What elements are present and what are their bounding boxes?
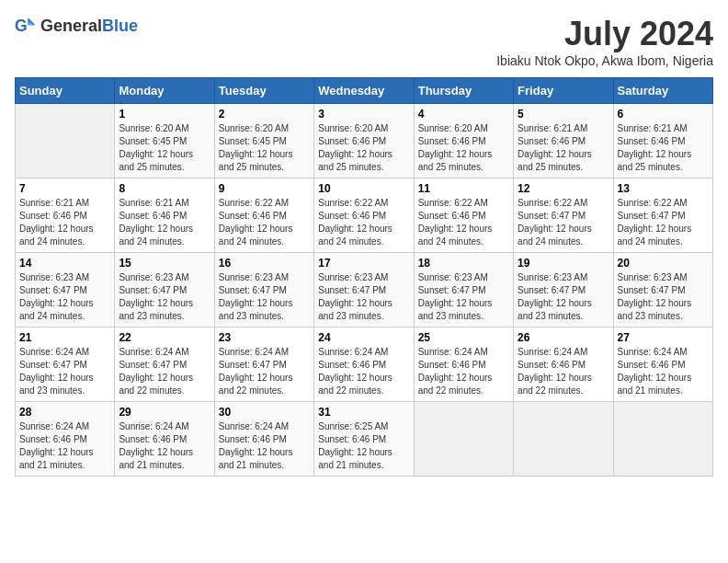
calendar-cell: 11Sunrise: 6:22 AM Sunset: 6:46 PM Dayli… — [414, 178, 513, 253]
day-info: Sunrise: 6:21 AM Sunset: 6:46 PM Dayligh… — [119, 197, 210, 248]
day-number: 22 — [119, 331, 210, 344]
calendar-week-row: 28Sunrise: 6:24 AM Sunset: 6:46 PM Dayli… — [16, 402, 713, 477]
day-number: 26 — [518, 331, 609, 344]
day-info: Sunrise: 6:20 AM Sunset: 6:46 PM Dayligh… — [318, 122, 409, 174]
calendar-cell: 9Sunrise: 6:22 AM Sunset: 6:46 PM Daylig… — [214, 178, 313, 253]
day-number: 23 — [219, 331, 310, 344]
weekday-header-sunday: Sunday — [16, 78, 115, 104]
day-info: Sunrise: 6:20 AM Sunset: 6:45 PM Dayligh… — [219, 122, 310, 174]
day-info: Sunrise: 6:22 AM Sunset: 6:47 PM Dayligh… — [518, 197, 609, 248]
day-info: Sunrise: 6:23 AM Sunset: 6:47 PM Dayligh… — [19, 271, 110, 323]
calendar-cell: 25Sunrise: 6:24 AM Sunset: 6:46 PM Dayli… — [414, 327, 513, 402]
calendar-cell: 10Sunrise: 6:22 AM Sunset: 6:46 PM Dayli… — [314, 178, 414, 253]
calendar-cell: 26Sunrise: 6:24 AM Sunset: 6:46 PM Dayli… — [514, 327, 613, 402]
weekday-header-tuesday: Tuesday — [214, 78, 313, 104]
calendar-cell: 14Sunrise: 6:23 AM Sunset: 6:47 PM Dayli… — [16, 253, 115, 327]
day-info: Sunrise: 6:24 AM Sunset: 6:46 PM Dayligh… — [19, 420, 110, 472]
day-info: Sunrise: 6:24 AM Sunset: 6:47 PM Dayligh… — [119, 346, 210, 397]
day-number: 11 — [418, 182, 509, 195]
calendar-cell: 7Sunrise: 6:21 AM Sunset: 6:46 PM Daylig… — [16, 178, 115, 253]
logo-text: GeneralBlue — [40, 17, 138, 36]
calendar-cell: 13Sunrise: 6:22 AM Sunset: 6:47 PM Dayli… — [613, 178, 712, 253]
day-number: 16 — [219, 257, 310, 270]
day-number: 14 — [19, 257, 110, 270]
day-number: 15 — [119, 257, 210, 270]
day-info: Sunrise: 6:23 AM Sunset: 6:47 PM Dayligh… — [318, 271, 409, 323]
day-info: Sunrise: 6:23 AM Sunset: 6:47 PM Dayligh… — [219, 271, 310, 323]
day-info: Sunrise: 6:24 AM Sunset: 6:46 PM Dayligh… — [318, 346, 409, 397]
day-number: 28 — [19, 406, 110, 419]
logo: G GeneralBlue — [15, 15, 138, 37]
day-number: 1 — [119, 108, 210, 121]
calendar-cell: 21Sunrise: 6:24 AM Sunset: 6:47 PM Dayli… — [16, 327, 115, 402]
calendar-cell — [414, 402, 513, 477]
calendar-cell: 1Sunrise: 6:20 AM Sunset: 6:45 PM Daylig… — [115, 104, 214, 178]
day-info: Sunrise: 6:24 AM Sunset: 6:46 PM Dayligh… — [418, 346, 509, 397]
day-number: 31 — [318, 406, 409, 419]
day-number: 20 — [618, 257, 709, 270]
calendar-cell: 22Sunrise: 6:24 AM Sunset: 6:47 PM Dayli… — [115, 327, 214, 402]
subtitle: Ibiaku Ntok Okpo, Akwa Ibom, Nigeria — [496, 53, 713, 68]
day-info: Sunrise: 6:24 AM Sunset: 6:46 PM Dayligh… — [219, 420, 310, 472]
day-number: 24 — [318, 331, 409, 344]
day-number: 10 — [318, 182, 409, 195]
main-title: July 2024 — [496, 15, 713, 53]
day-info: Sunrise: 6:21 AM Sunset: 6:46 PM Dayligh… — [618, 122, 709, 174]
logo-general: General — [40, 17, 102, 35]
day-number: 9 — [219, 182, 310, 195]
calendar-cell: 23Sunrise: 6:24 AM Sunset: 6:47 PM Dayli… — [214, 327, 313, 402]
calendar-cell: 16Sunrise: 6:23 AM Sunset: 6:47 PM Dayli… — [214, 253, 313, 327]
calendar-cell — [613, 402, 712, 477]
calendar-cell: 4Sunrise: 6:20 AM Sunset: 6:46 PM Daylig… — [414, 104, 513, 178]
weekday-header-monday: Monday — [115, 78, 214, 104]
day-number: 21 — [19, 331, 110, 344]
day-number: 27 — [618, 331, 709, 344]
logo-icon: G — [15, 15, 37, 37]
calendar-cell: 30Sunrise: 6:24 AM Sunset: 6:46 PM Dayli… — [214, 402, 313, 477]
day-info: Sunrise: 6:24 AM Sunset: 6:46 PM Dayligh… — [119, 420, 210, 472]
day-info: Sunrise: 6:24 AM Sunset: 6:47 PM Dayligh… — [19, 346, 110, 397]
calendar-cell — [16, 104, 115, 178]
calendar-cell: 18Sunrise: 6:23 AM Sunset: 6:47 PM Dayli… — [414, 253, 513, 327]
day-info: Sunrise: 6:21 AM Sunset: 6:46 PM Dayligh… — [19, 197, 110, 248]
day-info: Sunrise: 6:25 AM Sunset: 6:46 PM Dayligh… — [318, 420, 409, 472]
day-info: Sunrise: 6:20 AM Sunset: 6:45 PM Dayligh… — [119, 122, 210, 174]
day-info: Sunrise: 6:22 AM Sunset: 6:46 PM Dayligh… — [318, 197, 409, 248]
weekday-header-row: SundayMondayTuesdayWednesdayThursdayFrid… — [16, 78, 713, 104]
day-number: 13 — [618, 182, 709, 195]
logo-blue: Blue — [102, 17, 138, 35]
day-number: 8 — [119, 182, 210, 195]
day-info: Sunrise: 6:23 AM Sunset: 6:47 PM Dayligh… — [119, 271, 210, 323]
calendar-cell: 31Sunrise: 6:25 AM Sunset: 6:46 PM Dayli… — [314, 402, 414, 477]
calendar-cell — [514, 402, 613, 477]
header: G GeneralBlue July 2024 Ibiaku Ntok Okpo… — [15, 15, 713, 68]
day-info: Sunrise: 6:22 AM Sunset: 6:46 PM Dayligh… — [219, 197, 310, 248]
day-info: Sunrise: 6:23 AM Sunset: 6:47 PM Dayligh… — [518, 271, 609, 323]
calendar-cell: 15Sunrise: 6:23 AM Sunset: 6:47 PM Dayli… — [115, 253, 214, 327]
weekday-header-friday: Friday — [514, 78, 613, 104]
day-info: Sunrise: 6:22 AM Sunset: 6:47 PM Dayligh… — [618, 197, 709, 248]
day-number: 18 — [418, 257, 509, 270]
weekday-header-thursday: Thursday — [414, 78, 513, 104]
weekday-header-wednesday: Wednesday — [314, 78, 414, 104]
day-number: 29 — [119, 406, 210, 419]
calendar-cell: 19Sunrise: 6:23 AM Sunset: 6:47 PM Dayli… — [514, 253, 613, 327]
calendar-cell: 2Sunrise: 6:20 AM Sunset: 6:45 PM Daylig… — [214, 104, 313, 178]
title-area: July 2024 Ibiaku Ntok Okpo, Akwa Ibom, N… — [496, 15, 713, 68]
weekday-header-saturday: Saturday — [613, 78, 712, 104]
calendar-cell: 12Sunrise: 6:22 AM Sunset: 6:47 PM Dayli… — [514, 178, 613, 253]
calendar-week-row: 14Sunrise: 6:23 AM Sunset: 6:47 PM Dayli… — [16, 253, 713, 327]
calendar-week-row: 7Sunrise: 6:21 AM Sunset: 6:46 PM Daylig… — [16, 178, 713, 253]
svg-text:G: G — [15, 17, 28, 35]
calendar-week-row: 1Sunrise: 6:20 AM Sunset: 6:45 PM Daylig… — [16, 104, 713, 178]
day-number: 2 — [219, 108, 310, 121]
calendar-cell: 29Sunrise: 6:24 AM Sunset: 6:46 PM Dayli… — [115, 402, 214, 477]
day-number: 4 — [418, 108, 509, 121]
calendar-table: SundayMondayTuesdayWednesdayThursdayFrid… — [15, 77, 713, 477]
calendar-cell: 27Sunrise: 6:24 AM Sunset: 6:46 PM Dayli… — [613, 327, 712, 402]
calendar-cell: 3Sunrise: 6:20 AM Sunset: 6:46 PM Daylig… — [314, 104, 414, 178]
calendar-cell: 5Sunrise: 6:21 AM Sunset: 6:46 PM Daylig… — [514, 104, 613, 178]
day-number: 19 — [518, 257, 609, 270]
day-info: Sunrise: 6:22 AM Sunset: 6:46 PM Dayligh… — [418, 197, 509, 248]
day-number: 25 — [418, 331, 509, 344]
